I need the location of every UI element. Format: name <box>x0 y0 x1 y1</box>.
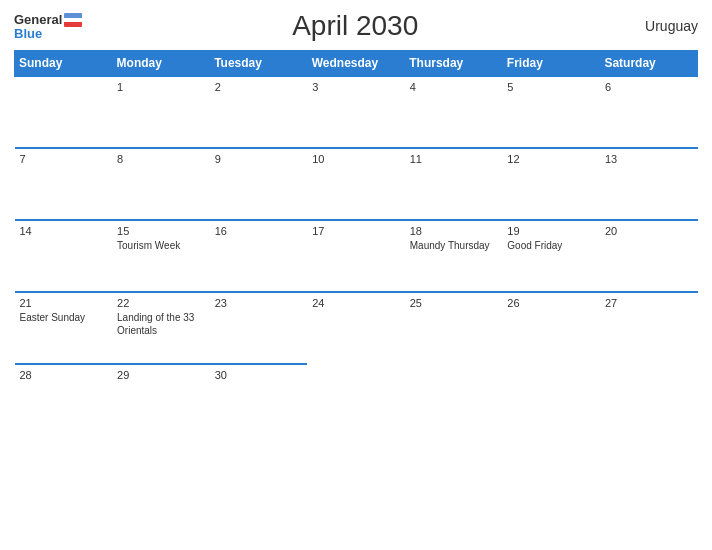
calendar-cell: 1 <box>112 76 210 148</box>
calendar-cell <box>502 364 600 436</box>
calendar-page: General Blue April 2030 Uruguay SundayMo… <box>0 0 712 550</box>
day-number: 20 <box>605 225 693 237</box>
day-number: 16 <box>215 225 303 237</box>
col-header-monday: Monday <box>112 51 210 77</box>
day-number: 15 <box>117 225 205 237</box>
day-number: 1 <box>117 81 205 93</box>
day-number: 21 <box>20 297 108 309</box>
calendar-cell: 5 <box>502 76 600 148</box>
calendar-cell: 16 <box>210 220 308 292</box>
col-header-saturday: Saturday <box>600 51 698 77</box>
calendar-cell: 25 <box>405 292 503 364</box>
calendar-cell: 6 <box>600 76 698 148</box>
calendar-cell: 29 <box>112 364 210 436</box>
week-row: 282930 <box>15 364 698 436</box>
day-number: 24 <box>312 297 400 309</box>
calendar-cell: 14 <box>15 220 113 292</box>
calendar-cell: 20 <box>600 220 698 292</box>
day-number: 9 <box>215 153 303 165</box>
calendar-cell <box>307 364 405 436</box>
calendar-cell: 2 <box>210 76 308 148</box>
calendar-cell <box>15 76 113 148</box>
week-row: 78910111213 <box>15 148 698 220</box>
calendar-cell: 23 <box>210 292 308 364</box>
calendar-cell: 17 <box>307 220 405 292</box>
calendar-title: April 2030 <box>82 10 628 42</box>
day-number: 26 <box>507 297 595 309</box>
calendar-cell: 18Maundy Thursday <box>405 220 503 292</box>
calendar-cell: 12 <box>502 148 600 220</box>
logo-blue-text: Blue <box>14 27 82 40</box>
calendar-cell: 4 <box>405 76 503 148</box>
week-row: 1415Tourism Week161718Maundy Thursday19G… <box>15 220 698 292</box>
col-header-tuesday: Tuesday <box>210 51 308 77</box>
day-number: 7 <box>20 153 108 165</box>
logo: General Blue <box>14 13 82 40</box>
calendar-cell: 8 <box>112 148 210 220</box>
calendar-cell: 21Easter Sunday <box>15 292 113 364</box>
day-number: 13 <box>605 153 693 165</box>
day-number: 27 <box>605 297 693 309</box>
event-text: Good Friday <box>507 239 595 252</box>
calendar-cell: 11 <box>405 148 503 220</box>
calendar-cell: 15Tourism Week <box>112 220 210 292</box>
calendar-cell: 30 <box>210 364 308 436</box>
day-number: 4 <box>410 81 498 93</box>
day-number: 12 <box>507 153 595 165</box>
day-number: 30 <box>215 369 303 381</box>
week-row: 123456 <box>15 76 698 148</box>
event-text: Easter Sunday <box>20 311 108 324</box>
calendar-cell: 27 <box>600 292 698 364</box>
event-text: Landing of the 33 Orientals <box>117 311 205 337</box>
country-label: Uruguay <box>628 18 698 34</box>
calendar-table: SundayMondayTuesdayWednesdayThursdayFrid… <box>14 50 698 436</box>
calendar-cell: 19Good Friday <box>502 220 600 292</box>
calendar-cell: 7 <box>15 148 113 220</box>
day-number: 14 <box>20 225 108 237</box>
logo-general-text: General <box>14 13 62 26</box>
calendar-cell <box>600 364 698 436</box>
col-header-friday: Friday <box>502 51 600 77</box>
event-text: Tourism Week <box>117 239 205 252</box>
day-number: 2 <box>215 81 303 93</box>
day-number: 6 <box>605 81 693 93</box>
col-header-thursday: Thursday <box>405 51 503 77</box>
day-number: 22 <box>117 297 205 309</box>
day-number: 3 <box>312 81 400 93</box>
day-number: 25 <box>410 297 498 309</box>
calendar-cell: 13 <box>600 148 698 220</box>
day-number: 29 <box>117 369 205 381</box>
day-number: 17 <box>312 225 400 237</box>
header-row: SundayMondayTuesdayWednesdayThursdayFrid… <box>15 51 698 77</box>
day-number: 23 <box>215 297 303 309</box>
calendar-cell: 10 <box>307 148 405 220</box>
calendar-cell <box>405 364 503 436</box>
day-number: 8 <box>117 153 205 165</box>
header: General Blue April 2030 Uruguay <box>14 10 698 42</box>
calendar-cell: 3 <box>307 76 405 148</box>
logo-flag-icon <box>64 13 82 27</box>
day-number: 28 <box>20 369 108 381</box>
day-number: 19 <box>507 225 595 237</box>
event-text: Maundy Thursday <box>410 239 498 252</box>
calendar-cell: 9 <box>210 148 308 220</box>
col-header-wednesday: Wednesday <box>307 51 405 77</box>
week-row: 21Easter Sunday22Landing of the 33 Orien… <box>15 292 698 364</box>
col-header-sunday: Sunday <box>15 51 113 77</box>
day-number: 11 <box>410 153 498 165</box>
day-number: 10 <box>312 153 400 165</box>
calendar-cell: 24 <box>307 292 405 364</box>
calendar-cell: 28 <box>15 364 113 436</box>
day-number: 5 <box>507 81 595 93</box>
calendar-cell: 26 <box>502 292 600 364</box>
day-number: 18 <box>410 225 498 237</box>
calendar-cell: 22Landing of the 33 Orientals <box>112 292 210 364</box>
